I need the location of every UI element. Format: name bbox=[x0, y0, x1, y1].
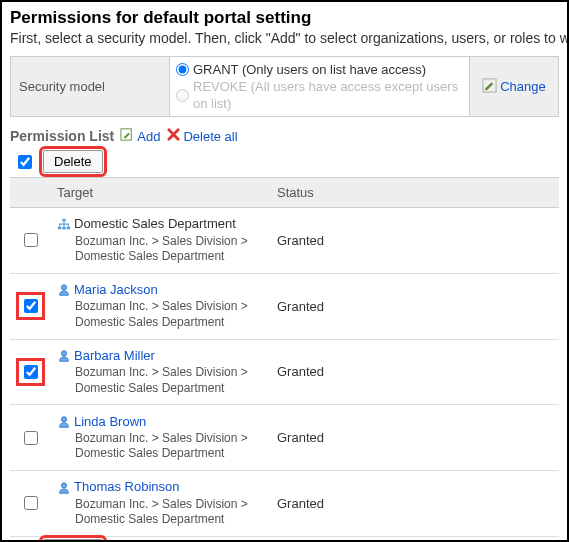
col-status: Status bbox=[271, 178, 559, 208]
pencil-icon bbox=[482, 78, 497, 96]
table-row: Domestic Sales DepartmentBozuman Inc. > … bbox=[10, 208, 559, 274]
target-path: Bozuman Inc. > Sales Division > Domestic… bbox=[75, 365, 265, 396]
target-name: Domestic Sales Department bbox=[74, 216, 236, 231]
status-value: Granted bbox=[271, 208, 559, 274]
delete-all-icon bbox=[166, 127, 181, 145]
table-row: Maria JacksonBozuman Inc. > Sales Divisi… bbox=[10, 273, 559, 339]
svg-rect-3 bbox=[58, 226, 62, 229]
row-checkbox[interactable] bbox=[24, 299, 38, 313]
add-label: Add bbox=[137, 129, 160, 144]
table-row: Thomas RobinsonBozuman Inc. > Sales Divi… bbox=[10, 471, 559, 537]
user-icon bbox=[57, 348, 71, 364]
svg-rect-2 bbox=[62, 218, 66, 221]
user-icon bbox=[57, 479, 71, 495]
row-checkbox[interactable] bbox=[24, 431, 38, 445]
add-icon bbox=[120, 127, 135, 145]
org-icon bbox=[57, 216, 71, 232]
select-all-top[interactable] bbox=[18, 155, 32, 169]
row-checkbox[interactable] bbox=[24, 365, 38, 379]
grant-label: GRANT (Only users on list have access) bbox=[193, 61, 426, 78]
col-check bbox=[10, 178, 51, 208]
table-row: Barbara MillerBozuman Inc. > Sales Divis… bbox=[10, 339, 559, 405]
permission-list-heading: Permission List bbox=[10, 128, 114, 144]
target-link[interactable]: Linda Brown bbox=[74, 414, 146, 429]
status-value: Granted bbox=[271, 339, 559, 405]
status-value: Granted bbox=[271, 471, 559, 537]
status-value: Granted bbox=[271, 405, 559, 471]
grant-radio[interactable] bbox=[176, 63, 189, 76]
col-target: Target bbox=[51, 178, 271, 208]
svg-point-6 bbox=[61, 285, 66, 290]
svg-point-7 bbox=[61, 351, 66, 356]
target-path: Bozuman Inc. > Sales Division > Domestic… bbox=[75, 299, 265, 330]
svg-rect-5 bbox=[67, 226, 71, 229]
target-path: Bozuman Inc. > Sales Division > Domestic… bbox=[75, 431, 265, 462]
add-link[interactable]: Add bbox=[120, 127, 160, 145]
delete-button-top[interactable]: Delete bbox=[43, 150, 103, 173]
row-checkbox[interactable] bbox=[24, 496, 38, 510]
status-value: Granted bbox=[271, 273, 559, 339]
target-link[interactable]: Barbara Miller bbox=[74, 348, 155, 363]
delete-all-link[interactable]: Delete all bbox=[166, 127, 237, 145]
target-link[interactable]: Thomas Robinson bbox=[74, 479, 180, 494]
svg-point-9 bbox=[61, 482, 66, 487]
user-icon bbox=[57, 413, 71, 429]
security-model-panel: Security model GRANT (Only users on list… bbox=[10, 56, 559, 117]
revoke-radio[interactable] bbox=[176, 89, 189, 102]
svg-rect-1 bbox=[121, 129, 131, 140]
change-link[interactable]: Change bbox=[500, 79, 546, 94]
svg-rect-4 bbox=[62, 226, 66, 229]
table-row: Linda BrownBozuman Inc. > Sales Division… bbox=[10, 405, 559, 471]
security-model-label: Security model bbox=[11, 57, 169, 116]
row-checkbox[interactable] bbox=[24, 233, 38, 247]
delete-all-label: Delete all bbox=[183, 129, 237, 144]
permission-table: Target Status Domestic Sales DepartmentB… bbox=[10, 177, 559, 537]
page-title: Permissions for default portal setting bbox=[10, 8, 559, 28]
target-path: Bozuman Inc. > Sales Division > Domestic… bbox=[75, 497, 265, 528]
svg-point-8 bbox=[61, 417, 66, 422]
user-icon bbox=[57, 282, 71, 298]
target-link[interactable]: Maria Jackson bbox=[74, 282, 158, 297]
page-subtitle: First, select a security model. Then, cl… bbox=[10, 30, 559, 46]
target-path: Bozuman Inc. > Sales Division > Domestic… bbox=[75, 234, 265, 265]
revoke-label: REVOKE (All users have access except use… bbox=[193, 78, 463, 112]
